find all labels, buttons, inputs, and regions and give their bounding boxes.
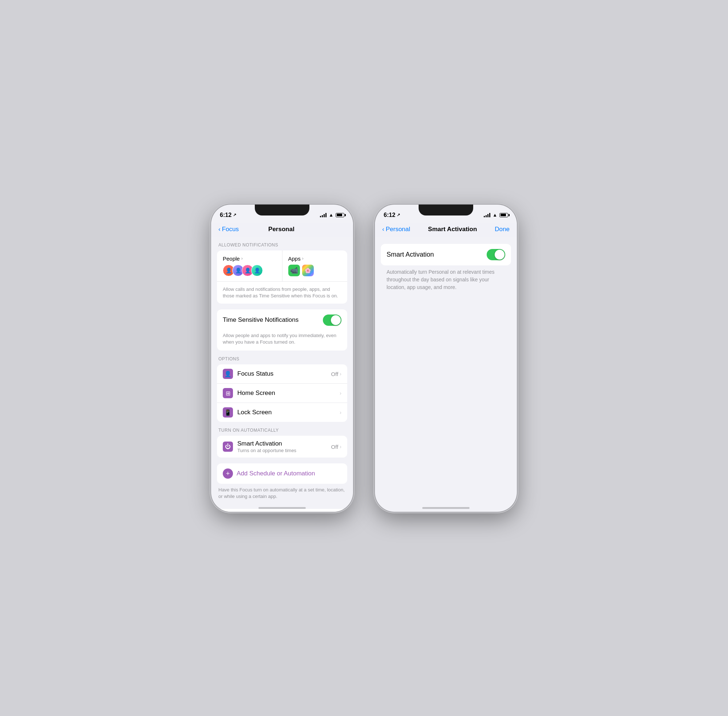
add-schedule-label: Add Schedule or Automation	[237, 470, 315, 477]
smart-activation-detail-label: Smart Activation	[387, 251, 487, 258]
focus-status-icon: 👤	[223, 369, 233, 379]
back-button-2[interactable]: ‹ Personal	[382, 226, 410, 233]
notch-2	[419, 205, 473, 215]
smart-activation-value: Off	[331, 444, 338, 450]
options-card: 👤 Focus Status Off › ⊞ Home Screen › 📱	[217, 364, 347, 422]
home-indicator	[258, 507, 306, 509]
lock-screen-label: Lock Screen	[237, 409, 335, 416]
status-time-2: 6:12 ↗	[384, 212, 400, 218]
notch	[255, 205, 309, 215]
focus-status-row[interactable]: 👤 Focus Status Off ›	[217, 364, 347, 384]
focus-status-chevron-icon: ›	[340, 371, 341, 377]
add-schedule-row[interactable]: + Add Schedule or Automation	[217, 463, 347, 484]
wifi-icon: ▲	[329, 212, 334, 218]
smart-activation-label: Smart Activation	[237, 440, 327, 448]
people-cell[interactable]: People › 👤 👤 👤 👤	[217, 250, 282, 281]
delete-focus-label: Delete Focus	[217, 509, 347, 512]
smart-activation-icon: ⏻	[223, 441, 233, 452]
people-chevron-icon: ›	[241, 256, 243, 261]
phone-2: 6:12 ↗ ▲ ‹ Personal	[375, 205, 517, 512]
home-indicator-2	[422, 507, 470, 509]
time-sensitive-toggle[interactable]	[323, 314, 341, 326]
lock-screen-row[interactable]: 📱 Lock Screen ›	[217, 403, 347, 422]
photos-icon: 🌸	[302, 265, 314, 276]
wifi-icon-2: ▲	[493, 212, 497, 218]
status-time: 6:12 ↗	[220, 212, 236, 218]
add-schedule-card: + Add Schedule or Automation	[217, 463, 347, 484]
home-screen-icon: ⊞	[223, 388, 233, 398]
done-button[interactable]: Done	[495, 226, 510, 233]
allowed-notifications-card: People › 👤 👤 👤 👤 Apps ›	[217, 250, 347, 303]
lock-screen-chevron-icon: ›	[340, 410, 341, 415]
home-screen-row[interactable]: ⊞ Home Screen ›	[217, 384, 347, 403]
add-icon: +	[223, 469, 233, 479]
screen-2: 6:12 ↗ ▲ ‹ Personal	[375, 205, 517, 512]
turn-on-auto-footer: Have this Focus turn on automatically at…	[211, 484, 353, 506]
avatar: 👤	[251, 265, 263, 276]
facetime-icon: 📹	[288, 265, 300, 276]
page-title-2: Smart Activation	[428, 226, 477, 233]
battery-icon	[335, 213, 344, 217]
status-icons: ▲	[320, 212, 344, 218]
smart-activation-card: ⏻ Smart Activation Turns on at opportune…	[217, 436, 347, 458]
allowed-notifications-label: ALLOWED NOTIFICATIONS	[211, 237, 353, 250]
time-sensitive-label: Time Sensitive Notifications	[223, 316, 323, 324]
smart-activation-chevron-icon: ›	[340, 444, 341, 449]
smart-activation-row[interactable]: ⏻ Smart Activation Turns on at opportune…	[217, 436, 347, 458]
notifications-description: Allow calls and notifications from peopl…	[217, 281, 347, 303]
avatar-group: 👤 👤 👤 👤	[223, 265, 276, 276]
back-button[interactable]: ‹ Focus	[218, 226, 239, 233]
status-icons-2: ▲	[484, 212, 508, 218]
smart-activation-toggle-row: Smart Activation	[381, 244, 511, 265]
smart-activation-description: Automatically turn Personal on at releva…	[381, 268, 511, 297]
nav-bar-2: ‹ Personal Smart Activation Done	[375, 223, 517, 237]
phone-1: 6:12 ↗ ▲ ‹ Focus Per	[211, 205, 353, 512]
focus-status-label: Focus Status	[237, 370, 327, 378]
signal-icon	[320, 213, 326, 217]
home-screen-chevron-icon: ›	[340, 390, 341, 396]
apps-cell[interactable]: Apps › 📹 🌸	[282, 250, 347, 281]
apps-chevron-icon: ›	[302, 256, 303, 261]
focus-status-value: Off	[331, 371, 338, 377]
location-arrow-icon: ↗	[233, 212, 236, 217]
page-title: Personal	[268, 226, 294, 233]
time-sensitive-card: Time Sensitive Notifications Allow peopl…	[217, 309, 347, 350]
smart-activation-subtitle: Turns on at opportune times	[237, 448, 327, 453]
home-screen-label: Home Screen	[237, 390, 335, 397]
turn-on-auto-label: TURN ON AUTOMATICALLY	[211, 422, 353, 436]
time-sensitive-description: Allow people and apps to notify you imme…	[217, 331, 347, 350]
lock-screen-icon: 📱	[223, 407, 233, 417]
nav-bar-1: ‹ Focus Personal	[211, 223, 353, 237]
notifications-grid: People › 👤 👤 👤 👤 Apps ›	[217, 250, 347, 281]
app-icons-row: 📹 🌸	[288, 265, 342, 276]
options-label: OPTIONS	[211, 350, 353, 364]
smart-activation-detail-card: Smart Activation	[381, 244, 511, 265]
signal-icon-2	[484, 213, 490, 217]
time-sensitive-row: Time Sensitive Notifications	[217, 309, 347, 331]
smart-activation-detail-toggle[interactable]	[487, 249, 505, 260]
battery-icon-2	[499, 213, 508, 217]
location-arrow-icon-2: ↗	[397, 212, 400, 217]
delete-focus-card[interactable]: Delete Focus	[217, 509, 347, 512]
screen-1: 6:12 ↗ ▲ ‹ Focus Per	[211, 205, 353, 512]
